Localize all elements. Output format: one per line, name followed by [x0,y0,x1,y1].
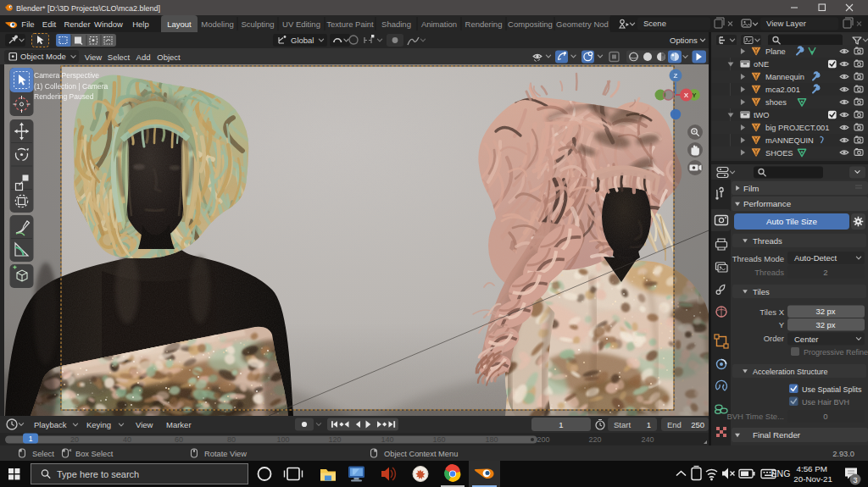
svg-text:3: 3 [853,476,857,484]
svg-text:Rendering: Rendering [465,19,503,29]
svg-text:BVH Time Ste...: BVH Time Ste... [726,412,784,421]
svg-text:Add: Add [136,53,151,62]
svg-text:ENG: ENG [771,468,791,479]
svg-text:Auto-Detect: Auto-Detect [794,253,837,263]
svg-text:UV Editing: UV Editing [282,19,320,29]
svg-text:1: 1 [29,434,33,443]
svg-text:Box Select: Box Select [75,450,114,458]
svg-text:Film: Film [743,184,760,193]
svg-text:File: File [21,19,34,29]
svg-text:Render: Render [64,19,90,29]
svg-text:Global: Global [291,36,314,45]
svg-text:1: 1 [559,420,563,429]
svg-text:0: 0 [823,412,827,421]
svg-text:View: View [85,53,103,62]
svg-text:32 px: 32 px [815,307,835,316]
svg-text:oNE: oNE [754,60,769,69]
svg-text:mca2.001: mca2.001 [765,86,800,94]
svg-text:Use Spatial Splits: Use Spatial Splits [802,385,862,394]
svg-text:Use Hair BVH: Use Hair BVH [802,398,849,407]
svg-text:Threads: Threads [753,236,782,246]
svg-text:Compositing: Compositing [508,19,553,29]
svg-text:240: 240 [641,435,654,444]
svg-text:X: X [684,91,689,99]
svg-text:Shading: Shading [381,19,411,29]
svg-text:Options: Options [670,36,698,45]
svg-text:Help: Help [132,19,149,29]
svg-text:20-Nov-21: 20-Nov-21 [793,474,832,484]
svg-text:180: 180 [485,435,498,444]
svg-text:Final Render: Final Render [753,430,801,440]
svg-text:Modeling: Modeling [201,19,234,29]
svg-text:Edit: Edit [42,19,57,29]
svg-text:Y: Y [779,320,785,329]
svg-text:SHOES: SHOES [765,149,793,158]
svg-text:Performance: Performance [743,199,792,208]
svg-text:Acceleration Structure: Acceleration Structure [753,368,828,376]
svg-text:1: 1 [647,420,651,429]
svg-text:Center: Center [794,335,819,344]
svg-text:4:56 PM: 4:56 PM [797,464,828,473]
svg-text:Order: Order [764,334,784,343]
svg-text:View: View [136,420,153,429]
svg-text:big PROJECT.001: big PROJECT.001 [765,124,829,132]
svg-text:Playback: Playback [34,420,67,429]
svg-text:Z: Z [674,72,678,80]
svg-text:tWO: tWO [754,111,770,119]
svg-text:200: 200 [537,435,549,444]
svg-text:Start: Start [614,420,631,429]
svg-text:160: 160 [432,435,445,444]
svg-text:120: 120 [328,435,341,444]
svg-text:20: 20 [70,435,79,444]
svg-text:Keying: Keying [86,420,111,429]
svg-text:Threads: Threads [754,268,784,277]
svg-text:Rotate View: Rotate View [204,450,247,458]
svg-text:shoes: shoes [765,98,787,107]
svg-text:End: End [667,420,682,429]
svg-text:Animation: Animation [421,19,457,29]
svg-text:Object Mode: Object Mode [20,52,66,61]
svg-text:Plane: Plane [765,47,786,56]
svg-text:Y: Y [692,91,697,99]
svg-text:2: 2 [823,268,827,277]
svg-text:Tiles X: Tiles X [760,307,784,317]
svg-text:Window: Window [94,19,123,29]
svg-text:100: 100 [276,435,289,444]
svg-text:(1) Collection | Camera: (1) Collection | Camera [34,82,108,91]
svg-text:Tiles: Tiles [753,287,770,296]
svg-text:Object: Object [157,53,181,62]
svg-text:80: 80 [227,435,236,444]
svg-text:Select: Select [32,450,54,458]
svg-text:Blender* [D:\3D Projects\CLO\m: Blender* [D:\3D Projects\CLO\mca2.blend] [16,4,160,13]
svg-text:Object Context Menu: Object Context Menu [384,450,458,458]
svg-text:2.93.0: 2.93.0 [832,450,854,458]
svg-text:40: 40 [123,435,131,444]
svg-text:Texture Paint: Texture Paint [326,19,374,29]
svg-text:220: 220 [588,435,601,444]
svg-text:View Layer: View Layer [766,19,806,28]
svg-text:Marker: Marker [166,420,192,429]
svg-text:32 px: 32 px [815,320,835,329]
svg-text:mANNEQUIN: mANNEQUIN [765,136,814,145]
svg-text:Rendering Paused: Rendering Paused [34,92,94,101]
svg-text:Type here to search: Type here to search [57,469,139,479]
svg-text:Select: Select [108,53,131,62]
svg-text:Auto Tile Size: Auto Tile Size [766,217,817,226]
svg-text:Mannequin: Mannequin [765,73,804,81]
svg-text:Geometry Nod: Geometry Nod [556,19,609,29]
svg-text:Threads Mode: Threads Mode [732,254,784,263]
svg-text:Sculpting: Sculpting [241,19,274,29]
svg-text:140: 140 [381,435,393,444]
svg-text:Layout: Layout [167,19,192,29]
svg-text:Camera Perspective: Camera Perspective [34,71,99,80]
svg-text:Progressive Refine: Progressive Refine [804,348,868,357]
svg-text:Scene: Scene [643,19,666,28]
svg-text:250: 250 [691,420,704,429]
svg-text:60: 60 [175,435,183,444]
